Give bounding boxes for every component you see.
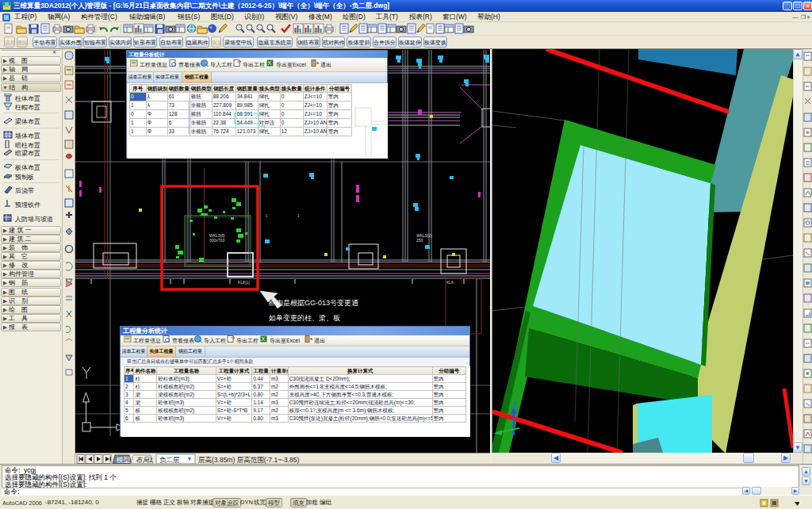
svg-text:布局1: 布局1 xyxy=(136,456,153,464)
svg-text:KL8(1): KL8(1) xyxy=(238,280,250,285)
svg-text:框内是根据GG-013号变更通: 框内是根据GG-013号变更通 xyxy=(268,299,358,307)
svg-text:Z: Z xyxy=(512,400,517,408)
svg-text:300x700: 300x700 xyxy=(209,238,224,243)
svg-text:模型: 模型 xyxy=(116,456,131,464)
svg-text:X: X xyxy=(268,60,272,66)
svg-text:负二层: 负二层 xyxy=(159,456,180,464)
svg-text:层高(3.85m) 层高范围(-7.1~-3.85): 层高(3.85m) 层高范围(-7.1~-3.85) xyxy=(198,456,299,464)
svg-text:X: X xyxy=(262,336,266,342)
svg-text:如单变更的柱、梁、板: 如单变更的柱、梁、板 xyxy=(268,314,340,322)
svg-text:250: 250 xyxy=(416,238,423,243)
svg-text:KL6: KL6 xyxy=(446,280,454,285)
